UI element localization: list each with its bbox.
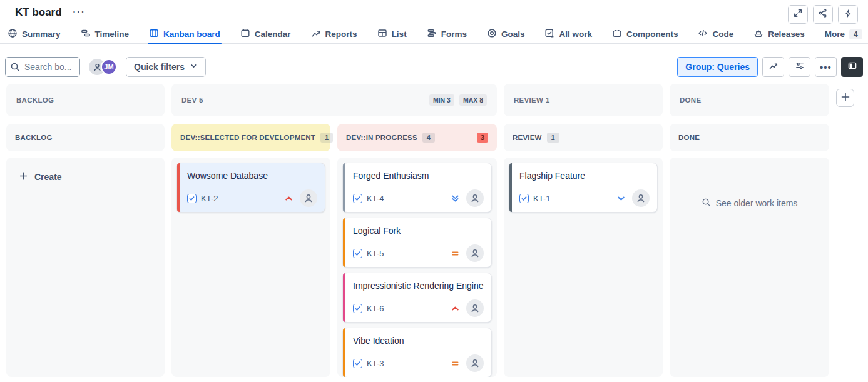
- group-header-backlog: BACKLOG: [6, 84, 165, 116]
- card-kt-4[interactable]: Forged Enthusiasm KT-4: [342, 163, 492, 213]
- table-icon: [377, 28, 387, 40]
- column-header-backlog: BACKLOG: [6, 124, 165, 151]
- quick-filters-label: Quick filters: [134, 62, 185, 72]
- group-title: BACKLOG: [16, 96, 54, 104]
- card-title: Wowsome Database: [187, 169, 317, 182]
- user-avatar[interactable]: JM: [101, 59, 117, 75]
- assignee-avatar[interactable]: [632, 189, 650, 207]
- card-kt-3[interactable]: Vibe Ideation KT-3: [342, 328, 492, 377]
- assignee-avatar[interactable]: [466, 299, 484, 317]
- card-title: Flagship Feature: [519, 169, 650, 182]
- more-options-button[interactable]: •••: [815, 57, 837, 77]
- card-title: Forged Enthusiasm: [353, 169, 484, 182]
- more-count-badge: 4: [849, 29, 862, 39]
- board-overflow-menu[interactable]: ···: [73, 5, 86, 19]
- epic-color-stripe: [343, 328, 345, 377]
- card-key: KT-3: [367, 359, 384, 368]
- search-icon: [10, 62, 20, 74]
- column-body-review: Flagship Feature KT-1: [504, 158, 663, 377]
- tab-code[interactable]: Code: [697, 25, 735, 44]
- column-body-dev-selected: Wowsome Database KT-2: [171, 158, 330, 377]
- code-icon: [698, 28, 708, 40]
- create-work-item-button[interactable]: Create: [11, 163, 160, 191]
- tab-calendar[interactable]: Calendar: [239, 25, 292, 44]
- tab-label: Summary: [22, 29, 61, 39]
- assignee-avatar[interactable]: [300, 189, 317, 207]
- tab-label: Reports: [325, 29, 357, 39]
- sliders-icon: [795, 61, 805, 73]
- board-layout-toggle[interactable]: [841, 57, 863, 77]
- tab-kanban-board[interactable]: Kanban board: [148, 25, 222, 44]
- search-icon: [702, 198, 711, 209]
- components-icon: [612, 28, 622, 40]
- tab-more[interactable]: More 4: [824, 25, 864, 44]
- tab-label: Forms: [441, 29, 467, 39]
- card-title: Vibe Ideation: [353, 334, 484, 347]
- tab-forms[interactable]: Forms: [426, 25, 468, 44]
- tab-goals[interactable]: Goals: [486, 25, 526, 44]
- task-type-icon: [519, 194, 529, 203]
- globe-icon: [8, 28, 18, 40]
- add-column-button[interactable]: [836, 89, 854, 107]
- priority-medium-icon: [451, 359, 460, 368]
- fullscreen-button[interactable]: [788, 5, 808, 24]
- column-group-backlog: BACKLOG BACKLOG Create: [6, 84, 165, 377]
- tab-label: More: [825, 29, 845, 39]
- assignee-avatar[interactable]: [466, 244, 484, 262]
- column-header-review: REVIEW 1: [504, 124, 663, 151]
- timeline-icon: [81, 28, 91, 40]
- share-button[interactable]: [813, 5, 833, 24]
- tab-label: Goals: [501, 29, 525, 39]
- see-older-label: See older work items: [716, 198, 798, 208]
- see-older-work-items-button[interactable]: See older work items: [675, 198, 824, 209]
- card-key: KT-2: [201, 194, 218, 203]
- column-body-backlog: Create: [6, 158, 165, 377]
- card-title: Logical Fork: [353, 224, 484, 237]
- board-toolbar: JM Quick filters Group: Queries •••: [0, 44, 868, 78]
- assignee-avatar[interactable]: [466, 189, 484, 207]
- task-type-icon: [353, 304, 362, 313]
- chevron-down-icon: [190, 62, 198, 72]
- tab-components[interactable]: Components: [611, 25, 680, 44]
- kanban-board: BACKLOG BACKLOG Create DEV 5 MIN 3 MAX: [0, 78, 868, 377]
- view-settings-button[interactable]: [789, 57, 810, 77]
- tab-reports[interactable]: Reports: [310, 25, 359, 44]
- group-header-review: REVIEW 1: [504, 84, 663, 116]
- column-title: DONE: [678, 134, 700, 141]
- column-header-dev-in-progress: DEV::IN PROGRESS 4 3: [337, 124, 497, 151]
- tab-all-work[interactable]: All work: [543, 25, 593, 44]
- priority-medium-icon: [451, 249, 460, 258]
- create-label: Create: [34, 172, 62, 182]
- tab-list[interactable]: List: [376, 25, 408, 44]
- column-title: DEV::IN PROGRESS: [346, 134, 417, 141]
- priority-lowest-icon: [451, 194, 460, 203]
- tab-summary[interactable]: Summary: [6, 25, 62, 44]
- card-kt-1[interactable]: Flagship Feature KT-1: [509, 163, 658, 213]
- task-type-icon: [353, 194, 362, 203]
- column-min-badge: MIN 3: [429, 94, 454, 106]
- tab-timeline[interactable]: Timeline: [79, 25, 131, 44]
- tab-label: Components: [626, 29, 678, 39]
- checkbox-icon: [544, 28, 554, 40]
- priority-low-icon: [616, 194, 626, 203]
- epic-color-stripe: [509, 163, 512, 212]
- quick-filters-button[interactable]: Quick filters: [126, 57, 206, 77]
- card-kt-2[interactable]: Wowsome Database KT-2: [176, 163, 325, 213]
- ellipsis-icon: •••: [820, 62, 832, 73]
- tab-releases[interactable]: Releases: [752, 25, 806, 44]
- task-type-icon: [187, 194, 197, 203]
- tab-label: List: [392, 29, 407, 39]
- card-kt-5[interactable]: Logical Fork KT-5: [342, 218, 492, 268]
- assignee-avatar[interactable]: [466, 354, 484, 372]
- column-max-badge: MAX 8: [459, 94, 487, 106]
- group-by-button[interactable]: Group: Queries: [677, 57, 758, 77]
- expand-icon: [793, 8, 803, 21]
- insights-button[interactable]: [762, 57, 784, 77]
- tab-label: Timeline: [95, 29, 130, 39]
- task-type-icon: [353, 249, 362, 258]
- card-kt-6[interactable]: Impressionistic Rendering Engine KT-6: [342, 273, 492, 323]
- plus-icon: [840, 92, 850, 104]
- automation-button[interactable]: [838, 5, 858, 24]
- column-body-dev-in-progress: Forged Enthusiasm KT-4 Logical Fork: [337, 158, 497, 377]
- board-layout-icon: [847, 61, 857, 73]
